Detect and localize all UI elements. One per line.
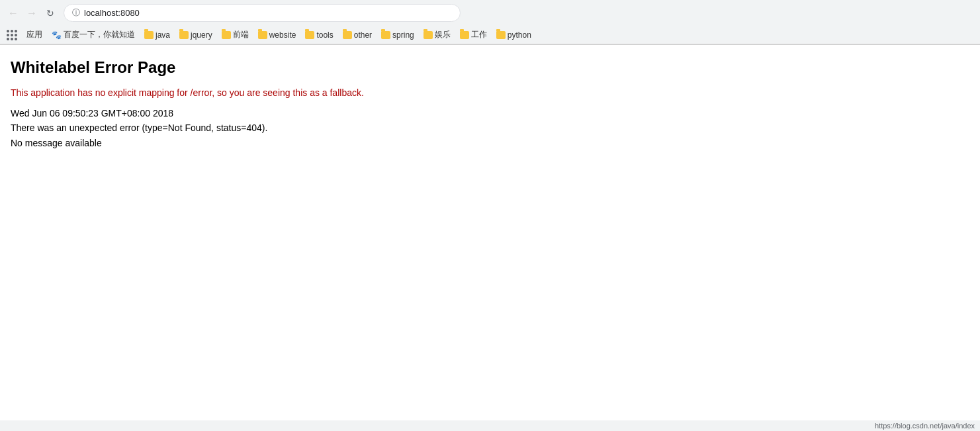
grid-dots-icon — [7, 30, 17, 40]
bookmark-yule[interactable]: 娱乐 — [420, 28, 455, 42]
status-bar: https://blog.csdn.net/java/index — [0, 420, 980, 430]
bookmark-yule-label: 娱乐 — [435, 29, 451, 40]
folder-icon-other — [343, 31, 352, 39]
lock-icon: ⓘ — [72, 7, 80, 19]
forward-button[interactable]: → — [24, 5, 40, 21]
folder-icon-tools — [305, 31, 314, 39]
apps-icon[interactable] — [5, 28, 19, 42]
bookmark-spring[interactable]: spring — [377, 29, 418, 41]
error-details: Wed Jun 06 09:50:23 GMT+08:00 2018 There… — [11, 106, 969, 150]
bookmark-gongzuo-label: 工作 — [471, 29, 487, 40]
bookmark-other-label: other — [354, 30, 372, 40]
bookmark-python[interactable]: python — [492, 29, 535, 41]
error-line1: There was an unexpected error (type=Not … — [11, 120, 969, 135]
page-content: Whitelabel Error Page This application h… — [0, 45, 980, 430]
bookmark-website[interactable]: website — [254, 29, 300, 41]
bookmark-tools-label: tools — [316, 30, 333, 40]
baidu-icon: 🐾 — [52, 30, 62, 40]
error-description: This application has no explicit mapping… — [11, 87, 969, 98]
bookmarks-bar: 应用 🐾 百度一下，你就知道 java jquery 前端 website to… — [0, 26, 980, 44]
timestamp: Wed Jun 06 09:50:23 GMT+08:00 2018 — [11, 106, 969, 120]
bookmark-jquery[interactable]: jquery — [175, 29, 216, 41]
bookmark-baidu[interactable]: 🐾 百度一下，你就知道 — [48, 28, 139, 42]
nav-buttons: ← → ↻ — [5, 5, 58, 21]
apps-text: 应用 — [26, 29, 42, 40]
folder-icon-qianduan — [222, 31, 231, 39]
folder-icon-spring — [381, 31, 390, 39]
bookmark-tools[interactable]: tools — [301, 29, 337, 41]
folder-icon-java — [144, 31, 154, 39]
address-bar[interactable]: ⓘ localhost:8080 — [64, 4, 461, 22]
url-text: localhost:8080 — [84, 8, 140, 18]
reload-button[interactable]: ↻ — [42, 5, 58, 21]
bookmark-baidu-label: 百度一下，你就知道 — [64, 29, 135, 40]
folder-icon-yule — [423, 31, 433, 39]
bookmark-other[interactable]: other — [339, 29, 376, 41]
folder-icon-jquery — [179, 31, 189, 39]
folder-icon-gongzuo — [460, 31, 469, 39]
error-line2: No message available — [11, 136, 969, 150]
folder-icon-python — [496, 31, 506, 39]
status-url: https://blog.csdn.net/java/index — [875, 422, 975, 430]
bookmark-python-label: python — [508, 30, 531, 40]
browser-chrome: ← → ↻ ⓘ localhost:8080 — [0, 0, 980, 45]
page-title: Whitelabel Error Page — [11, 58, 969, 77]
bookmark-website-label: website — [269, 30, 296, 40]
back-button[interactable]: ← — [5, 5, 21, 21]
bookmark-spring-label: spring — [392, 30, 414, 40]
bookmark-qianduan-label: 前端 — [233, 29, 249, 40]
browser-toolbar: ← → ↻ ⓘ localhost:8080 — [0, 0, 980, 26]
bookmark-java[interactable]: java — [140, 29, 174, 41]
bookmark-qianduan[interactable]: 前端 — [218, 28, 253, 42]
bookmark-jquery-label: jquery — [191, 30, 212, 40]
bookmark-apps[interactable]: 应用 — [22, 28, 46, 42]
bookmark-java-label: java — [156, 30, 170, 40]
folder-icon-website — [258, 31, 267, 39]
bookmark-gongzuo[interactable]: 工作 — [456, 28, 491, 42]
